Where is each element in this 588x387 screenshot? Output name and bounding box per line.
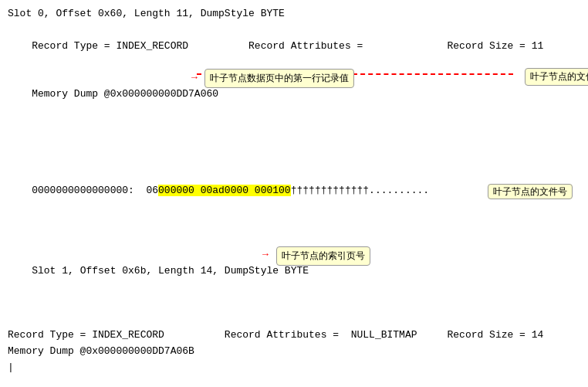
annotation-first-row: 叶子节点数据页中的第一行记录值 <box>204 69 354 88</box>
line-5: Slot 1, Offset 0x6b, Length 14, DumpStyl… <box>8 247 580 328</box>
highlight-file-slot: 000000 00ad0000 000100 <box>158 185 291 196</box>
hex-suffix-1: †††††††††††††.......... <box>291 185 429 196</box>
line-3: Memory Dump @0x000000000DD7A060 → 叶子节点数据… <box>8 70 580 167</box>
main-content: Slot 0, Offset 0x60, Length 11, DumpStyl… <box>0 0 588 387</box>
annotation-index-page: 叶子节点的索引页号 <box>276 246 370 266</box>
line-4: 0000000000000000: 06000000 00ad0000 0001… <box>8 167 580 247</box>
line-7: Memory Dump @0x000000000DD7A06B <box>8 344 580 360</box>
line-6: Record Type = INDEX_RECORD Record Attrib… <box>8 328 580 344</box>
arrow-indicator-1: → <box>191 70 198 87</box>
slot-1-label: Slot 1, Offset 0x6b, Length 14, DumpStyl… <box>32 265 309 277</box>
annotation-file-num: 叶子节点的文件号 <box>451 168 573 216</box>
line-2: Record Type = INDEX_RECORD Record Attrib… <box>8 22 580 70</box>
line-1: Slot 0, Offset 0x60, Length 11, DumpStyl… <box>8 6 580 22</box>
hex-prefix-1: 0000000000000000: 06 <box>32 185 158 196</box>
line-9: 0000000000000000: 1620100 007790000 0001… <box>8 375 580 387</box>
memory-dump-addr-1: Memory Dump @0x000000000DD7A060 <box>32 88 218 100</box>
record-type-label: Record Type = INDEX_RECORD Record Attrib… <box>32 40 543 52</box>
line-8: | <box>8 360 580 376</box>
arrow-indicator-2: → <box>262 247 269 263</box>
file-num-label: 叶子节点的文件号 <box>525 68 588 86</box>
